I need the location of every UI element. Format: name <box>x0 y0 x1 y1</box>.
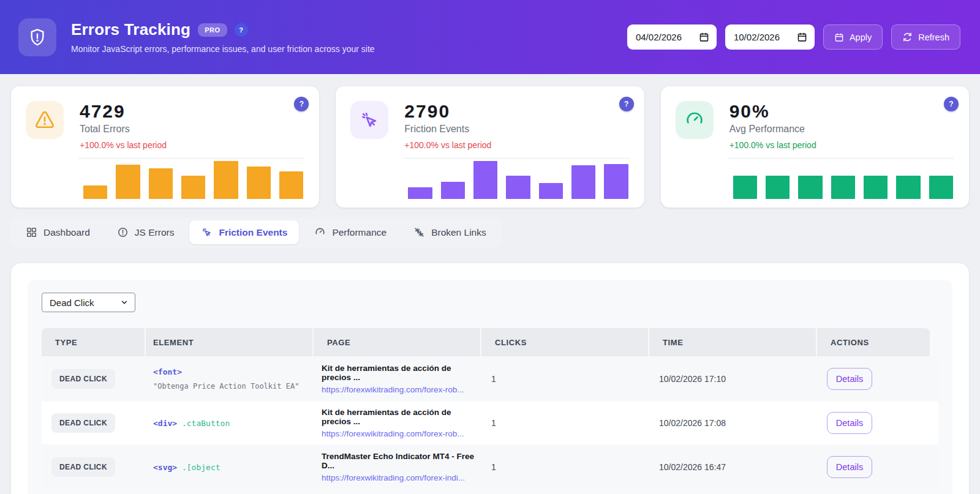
element-cell: <div> .ctaButton <box>146 419 314 428</box>
card-help-icon[interactable]: ? <box>619 97 634 111</box>
tab-performance[interactable]: Performance <box>303 220 398 244</box>
table-body: DEAD CLICK <font> "Obtenga Price Action … <box>42 357 938 488</box>
page-url-link[interactable]: https://forexwikitrading.com/forex-indi.… <box>322 473 481 482</box>
page-cell: Kit de herramientas de acción de precios… <box>314 408 481 438</box>
divider <box>403 158 629 159</box>
stat-label: Total Errors <box>80 124 167 135</box>
column-header-element: ELEMENT <box>146 328 312 356</box>
refresh-icon <box>902 32 913 42</box>
tab-label: JS Errors <box>135 227 175 238</box>
table-row: DEAD CLICK <font> "Obtenga Price Action … <box>42 357 938 400</box>
date-to-value: 10/02/2026 <box>734 32 780 42</box>
clicks-cell: 1 <box>481 418 649 428</box>
header-help-icon[interactable]: ? <box>235 23 248 37</box>
time-cell: 10/02/2026 17:08 <box>649 418 817 428</box>
tab-friction-events[interactable]: Friction Events <box>189 220 299 244</box>
friction-mini-bar-chart <box>408 161 628 199</box>
tab-broken-links[interactable]: Broken Links <box>402 220 498 244</box>
stat-change: +100.0% vs last period <box>80 140 167 150</box>
friction-type-select[interactable]: Dead Click <box>42 293 135 312</box>
column-header-page: PAGE <box>314 328 480 356</box>
chevron-down-icon <box>120 298 129 307</box>
stat-value: 90% <box>729 102 816 121</box>
header: Errors Tracking PRO ? Monitor JavaScript… <box>0 0 980 74</box>
page-url-link[interactable]: https://forexwikitrading.com/forex-rob..… <box>322 385 481 394</box>
stat-card-friction-events: ? 2790 Friction Events +100.0% vs last p… <box>336 86 644 208</box>
element-class: .ctaButton <box>182 419 230 428</box>
page-url-link[interactable]: https://forexwikitrading.com/forex-rob..… <box>322 429 481 438</box>
stat-change: +100.0% vs last period <box>729 140 816 150</box>
table-panel: Dead Click TYPE ELEMENT PAGE CLICKS TIME… <box>28 280 952 494</box>
element-detail: "Obtenga Price Action Toolkit EA" <box>153 382 314 391</box>
page-title-text: TrendMaster Echo Indicator MT4 - Free D.… <box>322 452 481 470</box>
details-button[interactable]: Details <box>827 456 872 478</box>
table-row: DEAD CLICK <div> .ctaButton Kit de herra… <box>42 402 938 444</box>
card-help-icon[interactable]: ? <box>944 97 959 111</box>
refresh-button[interactable]: Refresh <box>891 24 960 50</box>
tab-label: Performance <box>332 227 386 238</box>
tab-dashboard[interactable]: Dashboard <box>14 220 102 244</box>
details-button[interactable]: Details <box>827 368 872 390</box>
apply-label: Apply <box>850 32 872 42</box>
time-cell: 10/02/2026 16:47 <box>649 462 817 472</box>
apply-button[interactable]: Apply <box>823 24 883 50</box>
card-help-icon[interactable]: ? <box>294 97 309 111</box>
tab-bar: Dashboard JS Errors Friction Events Perf… <box>11 217 501 247</box>
warning-triangle-icon <box>26 101 64 139</box>
page-cell: TrendMaster Echo Indicator MT4 - Free D.… <box>314 452 481 482</box>
page-title-text: Kit de herramientas de acción de precios… <box>322 364 481 382</box>
page-cell: Kit de herramientas de acción de precios… <box>314 364 481 394</box>
divider <box>728 158 954 159</box>
type-badge: DEAD CLICK <box>51 413 115 433</box>
date-to-input[interactable]: 10/02/2026 <box>725 24 815 50</box>
shield-alert-icon <box>18 18 56 56</box>
column-header-time: TIME <box>649 328 816 356</box>
gauge-icon <box>676 101 714 139</box>
element-tag: <svg> <box>153 463 177 472</box>
divider <box>78 158 304 159</box>
type-badge: DEAD CLICK <box>51 369 115 389</box>
type-badge: DEAD CLICK <box>51 457 115 477</box>
calendar-icon <box>834 32 844 42</box>
clicks-cell: 1 <box>481 462 649 472</box>
cursor-click-icon <box>350 101 388 139</box>
details-button[interactable]: Details <box>827 412 872 434</box>
stat-label: Friction Events <box>404 124 491 135</box>
friction-events-panel: Dead Click TYPE ELEMENT PAGE CLICKS TIME… <box>11 263 969 494</box>
clicks-cell: 1 <box>481 374 649 384</box>
table-row: DEAD CLICK <svg> .[object TrendMaster Ec… <box>42 446 938 488</box>
page-title: Errors Tracking <box>71 20 190 39</box>
stat-label: Avg Performance <box>729 124 816 135</box>
refresh-label: Refresh <box>918 32 949 42</box>
column-header-clicks: CLICKS <box>481 328 648 356</box>
alert-circle-icon <box>117 226 129 238</box>
pro-badge: PRO <box>198 23 227 37</box>
tab-label: Friction Events <box>219 227 287 238</box>
page-subtitle: Monitor JavaScript errors, performance i… <box>71 44 375 54</box>
column-header-type: TYPE <box>42 328 145 356</box>
element-class: .[object <box>182 463 221 472</box>
column-header-actions: ACTIONS <box>817 328 930 356</box>
grid-icon <box>26 226 37 238</box>
element-tag: <div> <box>153 419 177 428</box>
date-from-value: 04/02/2026 <box>636 32 682 42</box>
date-from-input[interactable]: 04/02/2026 <box>627 24 717 50</box>
tab-js-errors[interactable]: JS Errors <box>105 220 186 244</box>
page-title-text: Kit de herramientas de acción de precios… <box>322 408 481 426</box>
element-tag: <font> <box>153 367 182 376</box>
element-cell: <font> "Obtenga Price Action Toolkit EA" <box>146 367 314 391</box>
tab-label: Dashboard <box>43 227 90 238</box>
performance-mini-bar-chart <box>733 161 953 199</box>
errors-tracking-page: Errors Tracking PRO ? Monitor JavaScript… <box>0 0 980 494</box>
stat-change: +100.0% vs last period <box>404 140 491 150</box>
element-cell: <svg> .[object <box>146 463 314 472</box>
table-header-row: TYPE ELEMENT PAGE CLICKS TIME ACTIONS <box>42 328 938 356</box>
time-cell: 10/02/2026 17:10 <box>649 374 817 384</box>
tab-label: Broken Links <box>431 227 486 238</box>
stat-card-avg-performance: ? 90% Avg Performance +100.0% vs last pe… <box>661 86 969 208</box>
broken-link-icon <box>413 226 425 238</box>
stat-cards: ? 4729 Total Errors +100.0% vs last peri… <box>0 74 980 208</box>
stat-value: 2790 <box>404 102 491 121</box>
calendar-icon <box>797 32 807 42</box>
cursor-click-icon <box>201 226 213 238</box>
